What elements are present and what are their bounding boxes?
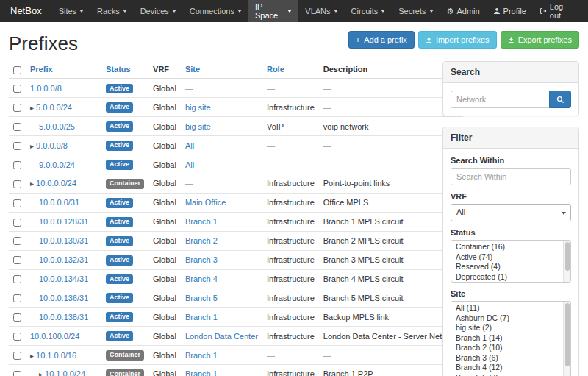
site-link[interactable]: Branch 1 — [185, 351, 218, 360]
prefix-link[interactable]: 10.0.0.138/31 — [39, 313, 88, 322]
site-link[interactable]: London Data Center — [185, 332, 258, 341]
nav-item-vlans[interactable]: VLANs — [298, 0, 344, 22]
listbox-option[interactable]: All (11) — [451, 303, 562, 313]
prefix-link[interactable]: 10.1.0.0/24 — [45, 369, 85, 376]
row-checkbox[interactable] — [13, 275, 21, 283]
prefix-link[interactable]: 1.0.0.0/8 — [30, 84, 62, 93]
prefix-link[interactable]: 10.0.0.134/31 — [39, 274, 88, 283]
row-checkbox[interactable] — [13, 237, 21, 245]
row-checkbox[interactable] — [13, 313, 21, 322]
site-label: Site — [451, 289, 571, 298]
listbox-option[interactable]: Branch 1 (14) — [451, 333, 562, 344]
listbox-option[interactable]: Deprecated (1) — [451, 272, 562, 283]
listbox-option[interactable]: Branch 2 (10) — [451, 343, 562, 353]
row-checkbox[interactable] — [13, 161, 21, 169]
prefix-link[interactable]: 10.0.100.0/24 — [30, 332, 79, 341]
prefix-link[interactable]: 10.0.0.132/31 — [39, 255, 88, 264]
site-link[interactable]: big site — [185, 122, 211, 131]
chevron-down-icon — [381, 10, 385, 13]
row-checkbox[interactable] — [13, 180, 21, 188]
prefix-cell: 5.0.0.0/25 — [26, 117, 101, 136]
row-checkbox[interactable] — [13, 219, 21, 227]
prefix-link[interactable]: 10.0.0.128/31 — [39, 217, 88, 226]
nav-item-admin[interactable]: ⚙Admin — [440, 0, 487, 22]
row-checkbox[interactable] — [13, 104, 21, 112]
row-checkbox[interactable] — [13, 199, 21, 207]
site-link[interactable]: Branch 2 — [185, 236, 218, 245]
listbox-option[interactable]: Branch 3 (6) — [451, 353, 562, 363]
site-link[interactable]: All — [185, 160, 194, 169]
prefix-link[interactable]: 9.0.0.0/8 — [36, 141, 68, 150]
role-cell: Infrastructure — [262, 288, 319, 308]
row-checkbox[interactable] — [13, 352, 21, 360]
scrollbar-thumb[interactable] — [565, 242, 570, 271]
nav-item-ip-space[interactable]: IP Space — [248, 0, 298, 22]
prefix-link[interactable]: 10.0.0.136/31 — [39, 294, 88, 302]
column-header-prefix[interactable]: Prefix — [26, 61, 101, 79]
prefix-link[interactable]: 10.0.0.0/31 — [39, 198, 79, 207]
listbox-option[interactable]: big site (2) — [451, 323, 562, 333]
site-link[interactable]: Branch 1 — [185, 217, 218, 226]
row-checkbox[interactable] — [13, 123, 21, 131]
nav-item-label: Profile — [503, 7, 526, 15]
nav-item-secrets[interactable]: Secrets — [392, 0, 440, 22]
listbox-option[interactable]: Container (16) — [451, 242, 562, 252]
column-header-site[interactable]: Site — [181, 61, 262, 79]
row-checkbox[interactable] — [13, 371, 21, 376]
row-checkbox[interactable] — [13, 85, 21, 93]
description-cell: Branch 4 MPLS circuit — [319, 269, 464, 288]
prefix-cell: 9.0.0.0/24 — [26, 155, 101, 174]
row-checkbox[interactable] — [13, 333, 21, 341]
nav-item-racks[interactable]: Racks — [90, 0, 134, 22]
prefix-link[interactable]: 10.0.0.0/24 — [36, 179, 76, 188]
listbox-option[interactable]: Ashburn DC (7) — [451, 313, 562, 324]
prefix-link[interactable]: 5.0.0.0/25 — [39, 122, 75, 131]
nav-item-profile[interactable]: Profile — [487, 0, 533, 22]
listbox-option[interactable]: Reserved (4) — [451, 262, 562, 272]
search-panel-title: Search — [443, 62, 578, 83]
search-panel: Search — [442, 61, 579, 116]
export-prefixes-button[interactable]: Export prefixes — [501, 31, 579, 49]
prefix-link[interactable]: 10.0.0.130/31 — [39, 236, 88, 245]
column-header-status[interactable]: Status — [101, 61, 148, 79]
column-header-role[interactable]: Role — [262, 61, 319, 79]
site-link[interactable]: Branch 5 — [185, 294, 218, 302]
site-link[interactable]: Branch 3 — [185, 255, 218, 264]
row-checkbox[interactable] — [13, 142, 21, 150]
site-link[interactable]: big site — [185, 103, 211, 112]
scrollbar-thumb[interactable] — [565, 303, 570, 366]
nav-item-circuits[interactable]: Circuits — [345, 0, 392, 22]
search-input[interactable] — [451, 91, 549, 108]
vrf-cell: Global — [148, 269, 181, 288]
prefix-link[interactable]: 9.0.0.0/24 — [39, 160, 75, 169]
select-all-checkbox[interactable] — [13, 66, 21, 74]
description-cell: Point-to-point links — [319, 174, 464, 194]
add-a-prefix-button[interactable]: +Add a prefix — [348, 31, 415, 49]
listbox-option[interactable]: Active (74) — [451, 252, 562, 263]
app-brand[interactable]: NetBox — [0, 0, 52, 22]
nav-item-sites[interactable]: Sites — [52, 0, 90, 22]
prefix-link[interactable]: 10.1.0.0/16 — [36, 351, 76, 360]
vrf-select[interactable]: All — [451, 204, 571, 221]
row-checkbox[interactable] — [13, 256, 21, 264]
nav-item-devices[interactable]: Devices — [134, 0, 183, 22]
listbox-option[interactable]: Branch 5 (7) — [451, 373, 562, 376]
status-cell: Active — [101, 269, 148, 288]
nav-item-log-out[interactable]: Log out — [533, 0, 582, 22]
site-link[interactable]: Main Office — [185, 198, 226, 207]
site-listbox[interactable]: All (11)Ashburn DC (7)big site (2)Branch… — [451, 301, 571, 376]
prefix-link[interactable]: 5.0.0.0/24 — [36, 103, 72, 112]
site-link[interactable]: Branch 1 — [185, 313, 218, 322]
site-link[interactable]: Branch 4 — [185, 274, 218, 283]
import-prefixes-button[interactable]: Import prefixes — [418, 31, 497, 49]
search-button[interactable] — [549, 91, 571, 108]
nav-item-connections[interactable]: Connections — [183, 0, 248, 22]
page-header: Prefixes +Add a prefixImport prefixesExp… — [9, 29, 579, 55]
row-checkbox[interactable] — [13, 294, 21, 302]
status-listbox[interactable]: Container (16)Active (74)Reserved (4)Dep… — [451, 240, 571, 283]
site-link[interactable]: All — [185, 141, 194, 150]
search-within-input[interactable] — [451, 168, 571, 185]
chevron-down-icon — [123, 10, 127, 13]
site-link[interactable]: Branch 1 — [185, 369, 218, 376]
listbox-option[interactable]: Branch 4 (12) — [451, 363, 562, 373]
